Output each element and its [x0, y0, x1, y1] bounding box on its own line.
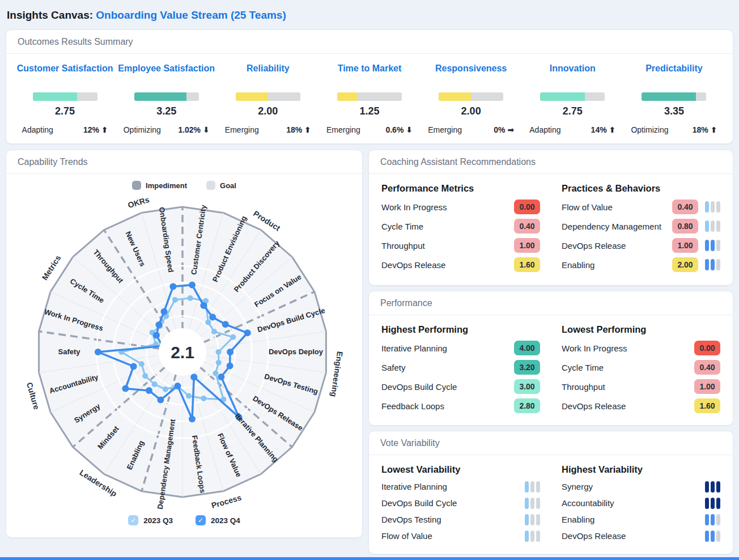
outcome-value: 2.00: [217, 105, 318, 117]
row-label: Iterative Planning: [381, 343, 514, 353]
series-filter-checkbox[interactable]: ✓2023 Q4: [196, 515, 240, 525]
score-badge: 2.80: [514, 398, 540, 413]
bar-segment: [716, 220, 720, 232]
bar-segment: [705, 259, 709, 270]
outcome-card-title[interactable]: Responsiveness: [421, 62, 522, 90]
score-badge: 0.40: [672, 200, 698, 214]
outcome-meta: Emerging0% ➡: [428, 125, 514, 134]
outcome-card-title[interactable]: Predictability: [623, 62, 725, 90]
radar-data-point: [188, 295, 193, 301]
outcome-change: 12% ⬆: [83, 125, 108, 134]
radar-group-label: Process: [210, 493, 243, 510]
bar-segment: [705, 498, 709, 509]
outcome-meta: Adapting14% ⬆: [529, 125, 615, 134]
outcome-card: Time to Market1.25Emerging0.6% ⬇: [318, 62, 420, 134]
performance-panel: Performance Highest PerformingIterative …: [368, 291, 733, 426]
list-row: Enabling: [562, 511, 720, 528]
row-label: Throughput: [381, 241, 514, 251]
radar-filters: ✓2023 Q3✓2023 Q4: [6, 515, 362, 525]
variability-bars-icon: [705, 240, 720, 251]
outcome-progress-bar: [236, 92, 300, 101]
outcome-card-title[interactable]: Employee Satisfaction: [116, 62, 217, 90]
outcome-level: Optimizing: [124, 125, 161, 134]
insights-canvas-page: Insights Canvas: Onboarding Value Stream…: [0, 0, 739, 560]
row-label: DevOps Release: [562, 401, 694, 411]
list-column: Highest VariabilitySynergyAccountability…: [562, 464, 720, 544]
bar-segment: [711, 481, 715, 493]
variability-bars-icon: [705, 498, 720, 509]
variability-bars-icon: [525, 531, 540, 542]
outcome-card-title[interactable]: Time to Market: [318, 62, 420, 90]
outcome-card-title[interactable]: Reliability: [217, 62, 318, 90]
row-label: DevOps Release: [562, 531, 698, 541]
bar-segment: [711, 220, 715, 232]
score-badge: 4.00: [514, 341, 540, 355]
list-column: Performance MetricsWork In Progress0.00C…: [381, 183, 540, 274]
column-heading: Practices & Behaviors: [562, 183, 720, 194]
list-row: Flow of Value: [381, 528, 540, 544]
bar-segment: [711, 498, 715, 509]
row-label: Cycle Time: [381, 222, 514, 231]
outcome-progress-bar: [642, 92, 706, 101]
bar-segment: [711, 201, 715, 213]
outcome-card-title[interactable]: Customer Satisfaction: [14, 62, 116, 90]
radar-data-point: [174, 383, 181, 389]
row-label: DevOps Release: [381, 260, 514, 270]
radar-data-point: [139, 361, 145, 367]
vote-panel-title: Vote Variability: [369, 431, 733, 455]
row-label: DevOps Release: [562, 241, 672, 251]
row-label: Dependency Management: [562, 222, 672, 231]
score-badge: 0.00: [694, 341, 720, 355]
row-label: Enabling: [562, 515, 698, 524]
outcome-card: Reliability2.00Emerging18% ⬆: [217, 62, 318, 134]
outcome-cards: Customer Satisfaction2.75Adapting12% ⬆Em…: [6, 54, 733, 140]
value-stream-link[interactable]: Onboarding Value Stream (25 Teams): [96, 9, 286, 21]
outcome-card-title[interactable]: Innovation: [522, 62, 623, 90]
vote-variability-columns: Lowest VariabilityIterative PlanningDevO…: [369, 455, 733, 550]
trend-down-icon: ⬇: [203, 125, 210, 134]
outcome-progress-fill: [33, 92, 77, 101]
radar-data-point: [211, 329, 217, 334]
score-badge: 3.00: [514, 379, 540, 394]
variability-bars-icon: [525, 481, 540, 493]
bar-segment: [536, 498, 540, 509]
capability-trends-panel: Capability Trends ImpedimentGoal 2.1Cust…: [6, 150, 363, 538]
radar-data-point: [227, 349, 233, 355]
trend-up-icon: ⬆: [711, 125, 717, 134]
bar-segment: [705, 481, 709, 493]
radar-group-label: Culture: [25, 381, 41, 411]
list-row: Dependency Management0.80: [562, 217, 720, 236]
radar-data-point: [189, 415, 196, 422]
list-row: Safety3.20: [381, 358, 540, 377]
radar-data-point: [189, 282, 196, 289]
variability-bars-icon: [525, 498, 540, 509]
row-label: Accountability: [562, 498, 698, 508]
list-row: DevOps Release1.60: [562, 396, 720, 415]
outcomes-panel-title: Outcomes Results Summary: [6, 30, 733, 54]
radar-data-point: [169, 283, 176, 290]
column-heading: Lowest Performing: [562, 324, 720, 335]
radar-data-point: [142, 373, 148, 379]
radar-group-label: OKRs: [127, 195, 151, 210]
outcome-card: Responsiveness2.00Emerging0% ➡: [421, 62, 522, 134]
outcomes-results-panel: Outcomes Results Summary Customer Satisf…: [6, 29, 733, 144]
radar-data-point: [122, 385, 129, 392]
series-filter-checkbox[interactable]: ✓2023 Q3: [128, 515, 173, 525]
outcome-change: 0% ➡: [494, 125, 514, 134]
performance-columns: Highest PerformingIterative Planning4.00…: [369, 315, 733, 421]
score-badge: 0.00: [514, 200, 540, 214]
list-row: Accountability: [562, 495, 720, 511]
radar-data-point: [205, 320, 211, 325]
trend-flat-icon: ➡: [507, 125, 514, 134]
list-row: Cycle Time0.40: [562, 358, 720, 377]
outcome-progress-fill: [439, 92, 471, 101]
outcome-level: Emerging: [428, 125, 462, 134]
list-row: Cycle Time0.40: [381, 217, 540, 236]
row-label: Throughput: [562, 382, 694, 392]
trend-down-icon: ⬇: [406, 125, 413, 134]
list-column: Practices & BehaviorsFlow of Value0.40De…: [562, 183, 720, 274]
trend-up-icon: ⬆: [609, 125, 616, 134]
outcome-progress-fill: [337, 92, 358, 101]
radar-center-value: 2.1: [171, 343, 194, 362]
row-label: Enabling: [562, 260, 672, 270]
